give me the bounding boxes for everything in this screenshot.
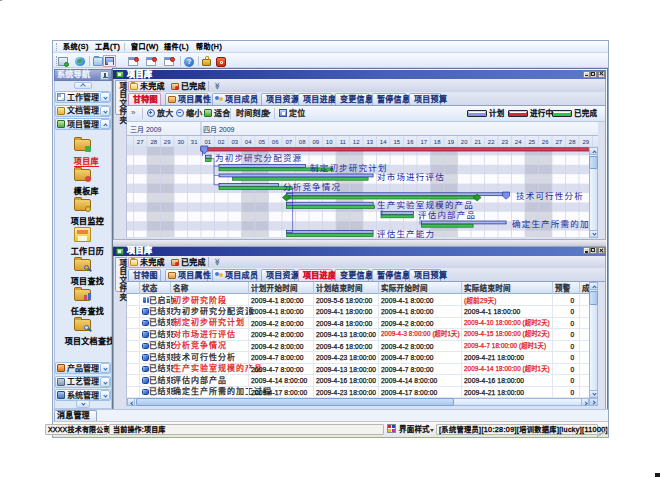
svg-text:08: 08: [299, 139, 306, 145]
svg-text:27: 27: [137, 139, 144, 145]
svg-text:14: 14: [380, 139, 387, 145]
svg-text:25: 25: [528, 139, 535, 145]
svg-text:31: 31: [191, 139, 198, 145]
svg-text:制定初步研究计划: 制定初步研究计划: [310, 163, 388, 173]
svg-text:21: 21: [474, 139, 481, 145]
svg-text:19: 19: [447, 139, 454, 145]
svg-text:18: 18: [434, 139, 441, 145]
svg-text:17: 17: [420, 139, 427, 145]
svg-text:23: 23: [501, 139, 508, 145]
svg-text:30: 30: [177, 139, 184, 145]
svg-text:29: 29: [582, 139, 589, 145]
svg-text:27: 27: [555, 139, 562, 145]
svg-text:评估内部产品: 评估内部产品: [418, 210, 476, 220]
svg-text:10: 10: [326, 139, 333, 145]
svg-text:确定生产所需的加工过程: 确定生产所需的加工过程: [512, 219, 598, 229]
svg-text:01: 01: [204, 139, 211, 145]
svg-text:评估生产能力: 评估生产能力: [377, 229, 435, 239]
svg-text:三月 2009: 三月 2009: [130, 126, 162, 134]
svg-text:15: 15: [393, 139, 400, 145]
svg-text:11: 11: [340, 139, 347, 145]
svg-text:03: 03: [231, 139, 238, 145]
svg-text:技术可行性分析: 技术可行性分析: [516, 191, 584, 201]
svg-text:16: 16: [407, 139, 414, 145]
svg-text:28: 28: [150, 139, 157, 145]
svg-text:06: 06: [272, 139, 279, 145]
svg-text:分析竞争情况: 分析竞争情况: [283, 182, 341, 192]
svg-text:24: 24: [515, 139, 522, 145]
svg-text:02: 02: [218, 139, 225, 145]
svg-text:四月 2009: 四月 2009: [203, 126, 235, 134]
svg-text:29: 29: [164, 139, 171, 145]
svg-text:05: 05: [258, 139, 265, 145]
svg-text:26: 26: [542, 139, 549, 145]
svg-text:04: 04: [245, 139, 252, 145]
svg-text:22: 22: [488, 139, 495, 145]
svg-text:28: 28: [569, 139, 576, 145]
svg-text:对市场进行评估: 对市场进行评估: [377, 172, 445, 182]
svg-text:为初步研究分配资源: 为初步研究分配资源: [215, 153, 302, 163]
svg-text:13: 13: [366, 139, 373, 145]
svg-text:09: 09: [312, 139, 319, 145]
svg-text:20: 20: [461, 139, 468, 145]
svg-text:07: 07: [285, 139, 292, 145]
svg-text:12: 12: [353, 139, 360, 145]
